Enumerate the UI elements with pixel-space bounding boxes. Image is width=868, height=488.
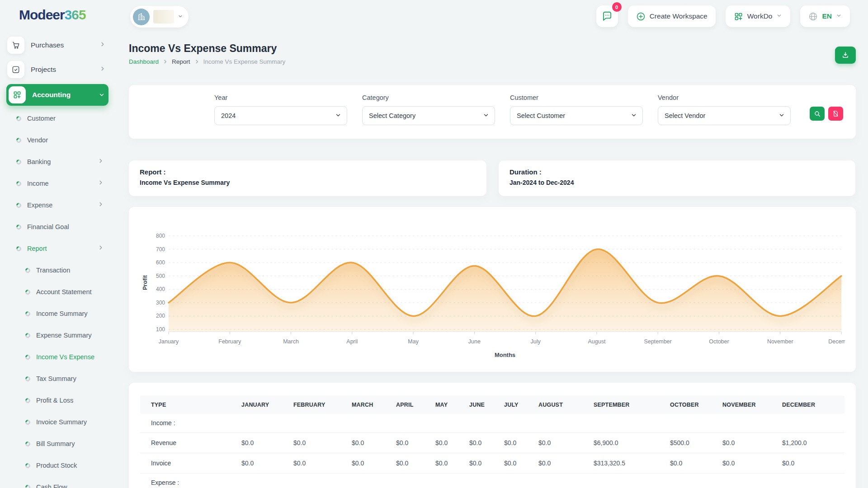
- sidebar-item-product-stock[interactable]: Product Stock: [7, 455, 108, 476]
- donut-bullet-icon: [24, 267, 32, 274]
- page-title: Income Vs Expense Summary: [129, 42, 285, 55]
- svg-text:June: June: [468, 338, 481, 345]
- sidebar-item-label: Expense Summary: [36, 332, 108, 339]
- sidebar-item-banking[interactable]: Banking: [7, 151, 108, 173]
- cell-value: $1,200.0: [782, 432, 844, 453]
- sidebar-item-label: Banking: [27, 158, 92, 165]
- breadcrumb-dashboard[interactable]: Dashboard: [129, 58, 159, 65]
- brand-logo[interactable]: Modeer365: [19, 7, 86, 23]
- category-select[interactable]: Select Category: [362, 106, 495, 125]
- column-header-january: JANUARY: [241, 395, 293, 414]
- svg-text:February: February: [218, 338, 241, 345]
- chat-button[interactable]: 0: [596, 5, 618, 27]
- create-workspace-button[interactable]: Create Workspace: [628, 5, 716, 27]
- category-label: Category: [362, 94, 495, 101]
- sidebar-item-label: Profit & Loss: [36, 397, 108, 404]
- chevron-down-icon: [97, 92, 105, 98]
- section-label: Expense :: [140, 473, 844, 488]
- sidebar-item-report[interactable]: Report: [7, 238, 108, 259]
- sidebar-item-expense-summary[interactable]: Expense Summary: [7, 324, 108, 346]
- filter-panel: Year 2024 Category Select Category Custo…: [129, 85, 856, 139]
- sidebar-item-invoice-summary[interactable]: Invoice Summary: [7, 411, 108, 433]
- chat-badge: 0: [612, 2, 622, 12]
- sidebar-item-label: Transaction: [36, 267, 108, 274]
- sidebar-item-tax-summary[interactable]: Tax Summary: [7, 368, 108, 389]
- globe-icon: [808, 12, 818, 21]
- cell-value: $0.0: [469, 453, 504, 473]
- sidebar-item-account-statement[interactable]: Account Statement: [7, 281, 108, 303]
- svg-text:October: October: [709, 338, 729, 345]
- customer-select[interactable]: Select Customer: [510, 106, 643, 125]
- svg-text:May: May: [408, 338, 419, 345]
- sidebar-item-expense[interactable]: Expense: [7, 194, 108, 216]
- chevron-right-icon: [98, 179, 104, 188]
- chevron-right-icon: [99, 66, 106, 74]
- sidebar-item-cash-flow[interactable]: Cash Flow: [7, 476, 108, 488]
- chevron-down-icon: [778, 112, 785, 120]
- sidebar-item-profit-loss[interactable]: Profit & Loss: [7, 389, 108, 411]
- sidebar-item-vendor[interactable]: Vendor: [7, 129, 108, 151]
- chat-icon: [601, 10, 613, 22]
- report-summary-card: Report : Income Vs Expense Summary: [129, 160, 486, 196]
- sidebar-item-label: Invoice Summary: [36, 418, 108, 426]
- sidebar-item-financial-goal[interactable]: Financial Goal: [7, 216, 108, 238]
- sidebar-item-bill-summary[interactable]: Bill Summary: [7, 433, 108, 455]
- column-header-april: APRIL: [396, 395, 435, 414]
- shopping-cart-icon: [11, 41, 20, 50]
- svg-text:700: 700: [156, 246, 165, 253]
- chevron-down-icon: [776, 12, 782, 20]
- sidebar-item-accounting[interactable]: Accounting: [6, 84, 108, 106]
- sidebar-item-label: Income Vs Expense: [36, 353, 108, 361]
- column-header-july: JULY: [504, 395, 538, 414]
- sidebar-item-label: Purchases: [31, 41, 93, 49]
- chevron-right-icon: [194, 59, 199, 64]
- cell-value: $0.0: [352, 453, 396, 473]
- chevron-down-icon: [631, 112, 637, 120]
- sidebar-item-label: Income: [27, 180, 92, 187]
- section-label: Income :: [140, 414, 844, 432]
- sidebar-item-income-vs-expense[interactable]: Income Vs Expense: [7, 346, 108, 368]
- reset-filter-button[interactable]: [828, 107, 843, 121]
- income-expense-table-grid: TYPEJANUARYFEBRUARYMARCHAPRILMAYJUNEJULY…: [140, 395, 844, 488]
- cell-value: $0.0: [293, 453, 352, 473]
- sidebar-item-transaction[interactable]: Transaction: [7, 259, 108, 281]
- svg-text:Months: Months: [495, 352, 515, 358]
- sidebar-item-purchases[interactable]: Purchases: [7, 33, 108, 57]
- svg-text:500: 500: [156, 273, 165, 279]
- sidebar-item-income[interactable]: Income: [7, 173, 108, 194]
- sidebar-item-income-summary[interactable]: Income Summary: [7, 303, 108, 324]
- chevron-right-icon: [98, 244, 104, 253]
- export-download-button[interactable]: [835, 47, 856, 64]
- workspace-selector[interactable]: [130, 6, 189, 28]
- chevron-down-icon: [178, 13, 183, 21]
- chevron-down-icon: [836, 12, 842, 20]
- vendor-select[interactable]: Select Vendor: [658, 106, 791, 125]
- sidebar-item-label: Account Statement: [36, 288, 108, 296]
- donut-bullet-icon: [15, 180, 23, 187]
- cell-value: $0.0: [670, 453, 722, 473]
- breadcrumb-report[interactable]: Report: [172, 58, 190, 65]
- donut-bullet-icon: [15, 115, 23, 122]
- sidebar-item-customer[interactable]: Customer: [7, 108, 108, 129]
- brand-logo-primary: Modeer: [19, 7, 65, 22]
- cell-value: $0.0: [722, 432, 782, 453]
- sidebar-item-label: Financial Goal: [27, 223, 108, 230]
- sidebar-item-label: Expense: [27, 202, 92, 209]
- sidebar-item-label: Projects: [31, 66, 93, 74]
- column-header-november: NOVEMBER: [722, 395, 782, 414]
- donut-bullet-icon: [24, 332, 32, 339]
- year-select[interactable]: 2024: [214, 106, 347, 125]
- sidebar-item-projects[interactable]: Projects: [7, 57, 108, 82]
- svg-text:400: 400: [156, 286, 165, 292]
- apply-filter-button[interactable]: [810, 107, 825, 121]
- column-header-september: SEPTEMBER: [594, 395, 670, 414]
- language-selector[interactable]: EN: [800, 5, 850, 27]
- sidebar-item-label: Bill Summary: [36, 440, 108, 447]
- column-header-may: MAY: [435, 395, 469, 414]
- sidebar-item-label: Income Summary: [36, 310, 108, 317]
- chevron-right-icon: [98, 201, 104, 209]
- report-label: Report :: [140, 168, 476, 176]
- workdo-menu-button[interactable]: WorkDo: [726, 5, 791, 27]
- income-expense-table: TYPEJANUARYFEBRUARYMARCHAPRILMAYJUNEJULY…: [140, 395, 844, 488]
- table-row-invoice: Invoice$0.0$0.0$0.0$0.0$0.0$0.0$0.0$0.0$…: [140, 453, 844, 473]
